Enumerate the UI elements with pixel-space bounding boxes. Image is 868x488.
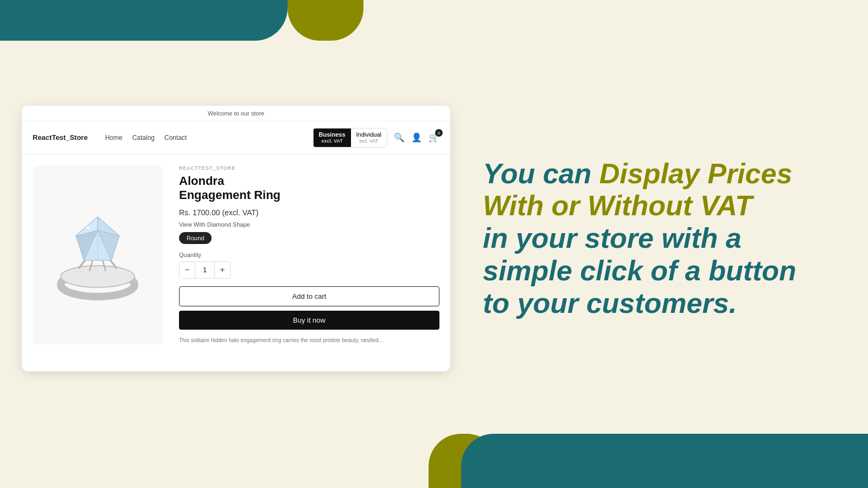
bottom-teal-decoration [461,434,868,488]
svg-point-1 [61,266,135,287]
nav-catalog[interactable]: Catalog [132,134,155,142]
cart-badge: 0 [435,129,443,137]
diamond-shape-label: View With Diamond Shape [179,221,439,228]
account-icon[interactable]: 👤 [411,132,422,143]
promo-heading: You can Display Prices With or Without V… [483,158,846,320]
top-teal-decoration [0,0,288,41]
product-details: REACTTEST_STORE Alondra Engagement Ring … [179,165,439,344]
nav-home[interactable]: Home [105,134,123,142]
nav-right: Business excl. VAT Individual incl. VAT … [313,128,439,147]
search-icon[interactable]: 🔍 [394,132,405,143]
quantity-increase-button[interactable]: + [215,262,230,278]
add-to-cart-button[interactable]: Add to cart [179,286,439,306]
svg-point-16 [87,226,90,229]
vat-individual-btn[interactable]: Individual incl. VAT [351,129,387,147]
product-image-area [33,165,163,344]
product-brand: REACTTEST_STORE [179,165,439,171]
nav-links: Home Catalog Contact [105,134,300,142]
product-description: This solitaire hidden halo engagement ri… [179,336,439,344]
nav-contact[interactable]: Contact [164,134,187,142]
store-navigation: ReactTest_Store Home Catalog Contact Bus… [22,121,450,155]
product-section: REACTTEST_STORE Alondra Engagement Ring … [22,155,450,355]
promo-text: You can Display Prices With or Without V… [483,147,846,331]
top-olive-decoration [288,0,363,41]
quantity-control[interactable]: − 1 + [179,261,231,279]
shape-tag[interactable]: Round [179,232,212,244]
quantity-value: 1 [195,262,215,278]
store-mockup-card: Welcome to our store ReactTest_Store Hom… [22,106,450,371]
product-image [43,201,152,309]
cart-icon[interactable]: 🛒 0 [429,132,439,143]
store-logo: ReactTest_Store [33,133,88,142]
main-content: Welcome to our store ReactTest_Store Hom… [22,49,846,428]
quantity-decrease-button[interactable]: − [180,262,195,278]
vat-toggle[interactable]: Business excl. VAT Individual incl. VAT [313,128,387,147]
product-title: Alondra Engagement Ring [179,174,439,203]
vat-business-btn[interactable]: Business excl. VAT [314,129,351,147]
store-topbar: Welcome to our store [22,106,450,121]
quantity-label: Quantity [179,252,439,258]
buy-now-button[interactable]: Buy it now [179,311,439,330]
product-price: Rs. 1700.00 (excl. VAT) [179,208,439,217]
welcome-text: Welcome to our store [208,110,264,117]
